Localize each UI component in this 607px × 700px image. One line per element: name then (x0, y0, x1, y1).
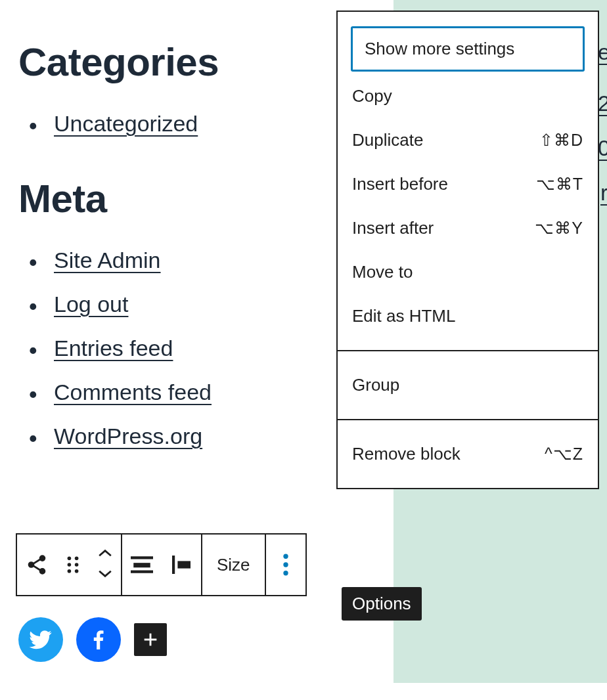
menu-item-insert-before[interactable]: Insert before ⌥⌘T (338, 162, 598, 206)
menu-item-shortcut: ⌥⌘Y (535, 219, 583, 238)
menu-item-label: Move to (352, 262, 413, 282)
block-mover (89, 535, 121, 595)
justify-button[interactable] (122, 535, 162, 595)
menu-item-shortcut: ^⌥Z (545, 445, 583, 464)
menu-item-insert-after[interactable]: Insert after ⌥⌘Y (338, 206, 598, 250)
block-options-menu: Show more settings Copy Duplicate ⇧⌘D In… (336, 11, 599, 489)
menu-item-label: Insert after (352, 218, 434, 238)
svg-point-6 (75, 556, 79, 560)
svg-point-9 (68, 569, 72, 573)
svg-point-16 (283, 554, 288, 559)
menu-item-label: Edit as HTML (352, 306, 456, 326)
menu-item-move-to[interactable]: Move to (338, 250, 598, 294)
menu-item-remove-block[interactable]: Remove block ^⌥Z (338, 432, 598, 476)
svg-rect-11 (131, 556, 153, 559)
svg-point-10 (75, 569, 79, 573)
social-links-block (18, 617, 167, 662)
size-button[interactable]: Size (202, 535, 265, 595)
svg-rect-14 (172, 556, 175, 574)
menu-item-group[interactable]: Group (338, 363, 598, 407)
menu-item-label: Insert before (352, 174, 448, 194)
menu-item-edit-html[interactable]: Edit as HTML (338, 294, 598, 338)
svg-rect-15 (177, 561, 191, 568)
category-link[interactable]: Uncategorized (54, 111, 198, 136)
twitter-button[interactable] (18, 617, 63, 662)
menu-item-shortcut: ⇧⌘D (539, 131, 583, 150)
svg-rect-13 (131, 571, 153, 573)
block-type-icon[interactable] (17, 535, 56, 595)
meta-link-log-out[interactable]: Log out (54, 292, 128, 317)
menu-item-label: Show more settings (365, 39, 514, 59)
meta-link-wordpress[interactable]: WordPress.org (54, 424, 202, 448)
svg-point-18 (283, 571, 288, 575)
menu-item-label: Remove block (352, 444, 461, 464)
add-social-button[interactable] (134, 623, 167, 656)
menu-item-copy[interactable]: Copy (338, 74, 598, 118)
block-toolbar: Size (16, 533, 307, 596)
move-up-button[interactable] (98, 545, 112, 565)
menu-item-label: Copy (352, 86, 392, 106)
align-button[interactable] (162, 535, 201, 595)
meta-link-site-admin[interactable]: Site Admin (54, 248, 161, 273)
svg-point-8 (75, 563, 79, 567)
svg-rect-12 (133, 563, 150, 567)
menu-item-show-more-settings[interactable]: Show more settings (351, 26, 585, 72)
menu-item-label: Duplicate (352, 130, 423, 150)
svg-point-17 (283, 562, 288, 567)
svg-point-7 (68, 563, 72, 567)
menu-item-duplicate[interactable]: Duplicate ⇧⌘D (338, 118, 598, 162)
options-tooltip: Options (342, 587, 422, 621)
menu-item-shortcut: ⌥⌘T (536, 175, 583, 194)
svg-line-4 (33, 565, 40, 570)
svg-point-5 (68, 556, 72, 560)
svg-line-3 (33, 559, 40, 564)
menu-item-label: Group (352, 375, 399, 395)
meta-link-comments-feed[interactable]: Comments feed (54, 380, 212, 405)
more-options-button[interactable] (266, 535, 305, 595)
drag-handle-icon[interactable] (56, 535, 89, 595)
move-down-button[interactable] (98, 565, 112, 584)
meta-link-entries-feed[interactable]: Entries feed (54, 336, 173, 361)
facebook-button[interactable] (76, 617, 121, 662)
